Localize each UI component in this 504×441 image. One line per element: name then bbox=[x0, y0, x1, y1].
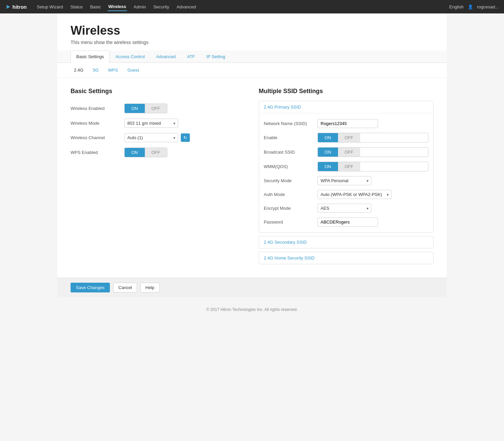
tab-advanced[interactable]: Advanced bbox=[151, 50, 181, 63]
tab-atf[interactable]: ATF bbox=[181, 50, 201, 63]
encrypt-mode-select-wrapper: AES TKIP TKIP+AES bbox=[318, 204, 371, 213]
wmm-off[interactable]: OFF bbox=[338, 162, 360, 171]
wps-enabled-on[interactable]: ON bbox=[125, 148, 145, 157]
nav-advanced[interactable]: Advanced bbox=[176, 3, 197, 11]
basic-settings-title: Basic Settings bbox=[71, 88, 245, 95]
wireless-enabled-label: Wireless Enabled bbox=[71, 106, 124, 111]
wireless-enabled-on[interactable]: ON bbox=[125, 104, 145, 113]
wireless-channel-row: Wireless Channel Auto (1) 1 2 3 6 11 bbox=[71, 130, 245, 145]
tab-access-control[interactable]: Access Control bbox=[110, 50, 150, 63]
wmm-label: WMM(QOS) bbox=[264, 164, 318, 169]
enable-row: Enable ON OFF bbox=[264, 130, 428, 145]
broadcast-ssid-off[interactable]: OFF bbox=[338, 148, 360, 157]
enable-off[interactable]: OFF bbox=[338, 133, 360, 142]
wireless-channel-select-wrapper: Auto (1) 1 2 3 6 11 bbox=[124, 133, 178, 142]
network-name-control bbox=[318, 119, 428, 128]
auth-mode-select[interactable]: Auto (WPA-PSK or WPA2-PSK) WPA-PSK WPA2-… bbox=[318, 190, 391, 199]
security-mode-row: Security Mode WPA Personal WPA2 Personal… bbox=[264, 174, 428, 188]
subtab-5g[interactable]: 5G bbox=[89, 66, 102, 74]
security-mode-label: Security Mode bbox=[264, 178, 318, 183]
wps-enabled-toggle[interactable]: ON OFF bbox=[124, 148, 167, 157]
enable-toggle[interactable]: ON OFF bbox=[318, 133, 428, 143]
page-title: Wireless bbox=[71, 24, 433, 38]
nav-security[interactable]: Security bbox=[153, 3, 170, 11]
wireless-enabled-row: Wireless Enabled ON OFF bbox=[71, 101, 245, 116]
nav-setup-wizard[interactable]: Setup Wizard bbox=[36, 3, 64, 11]
nav-wireless[interactable]: Wireless bbox=[108, 3, 127, 11]
wireless-mode-label: Wireless Mode bbox=[71, 121, 124, 126]
encrypt-mode-control: AES TKIP TKIP+AES bbox=[318, 204, 428, 213]
page-header: Wireless This menu show the wireless set… bbox=[57, 13, 447, 50]
nav-status[interactable]: Status bbox=[70, 3, 84, 11]
ssid-settings-panel: Multiple SSID Settings 2.4G Primary SSID… bbox=[259, 88, 433, 268]
enable-label: Enable bbox=[264, 135, 318, 140]
language-selector[interactable]: English bbox=[449, 4, 464, 9]
auth-mode-select-wrapper: Auto (WPA-PSK or WPA2-PSK) WPA-PSK WPA2-… bbox=[318, 190, 391, 199]
top-navigation: ➤ hitron Setup Wizard Status Basic Wirel… bbox=[0, 0, 504, 13]
tab-bar: Basic Settings Access Control Advanced A… bbox=[57, 50, 447, 63]
nav-basic[interactable]: Basic bbox=[89, 3, 101, 11]
auth-mode-row: Auth Mode Auto (WPA-PSK or WPA2-PSK) WPA… bbox=[264, 188, 428, 201]
wps-enabled-row: WPS Enabled ON OFF bbox=[71, 145, 245, 160]
wireless-channel-label: Wireless Channel bbox=[71, 135, 124, 140]
enable-control: ON OFF bbox=[318, 133, 428, 143]
primary-ssid-header[interactable]: 2.4G Primary SSID bbox=[259, 101, 433, 113]
wireless-enabled-control: ON OFF bbox=[124, 104, 167, 113]
subtab-bar: 2.4G 5G WPS Guest bbox=[57, 63, 447, 78]
wmm-on[interactable]: ON bbox=[318, 162, 338, 171]
auth-mode-control: Auto (WPA-PSK or WPA2-PSK) WPA-PSK WPA2-… bbox=[318, 190, 428, 199]
password-label: Password bbox=[264, 219, 318, 225]
wmm-toggle[interactable]: ON OFF bbox=[318, 162, 428, 171]
wmm-row: WMM(QOS) ON OFF bbox=[264, 159, 428, 174]
tab-basic-settings[interactable]: Basic Settings bbox=[71, 50, 110, 63]
password-input[interactable] bbox=[318, 217, 378, 227]
password-control bbox=[318, 217, 428, 227]
enable-on[interactable]: ON bbox=[318, 133, 338, 142]
channel-refresh-button[interactable]: ↻ bbox=[181, 133, 190, 142]
wps-enabled-off[interactable]: OFF bbox=[145, 148, 167, 157]
secondary-ssid-section[interactable]: 2.4G Secondary SSID bbox=[259, 236, 433, 248]
wireless-enabled-toggle[interactable]: ON OFF bbox=[124, 104, 167, 113]
subtab-24g[interactable]: 2.4G bbox=[71, 66, 87, 74]
encrypt-mode-select[interactable]: AES TKIP TKIP+AES bbox=[318, 204, 371, 213]
save-changes-button[interactable]: Save Changes bbox=[71, 283, 110, 292]
broadcast-ssid-on[interactable]: ON bbox=[318, 148, 338, 157]
broadcast-ssid-row: Broadcast SSID ON OFF bbox=[264, 145, 428, 159]
help-button[interactable]: Help bbox=[140, 283, 160, 292]
primary-ssid-section: 2.4G Primary SSID Network Name (SSID) En… bbox=[259, 101, 433, 233]
wireless-enabled-off[interactable]: OFF bbox=[145, 104, 167, 113]
content-wrapper: Wireless This menu show the wireless set… bbox=[57, 13, 447, 297]
security-mode-control: WPA Personal WPA2 Personal WPA/WPA2 Pers… bbox=[318, 176, 428, 185]
security-mode-select[interactable]: WPA Personal WPA2 Personal WPA/WPA2 Pers… bbox=[318, 176, 371, 185]
page-subtitle: This menu show the wireless settings bbox=[71, 40, 433, 45]
copyright-text: © 2017 Hitron Technologies Inc. All righ… bbox=[206, 307, 298, 312]
wireless-channel-control: Auto (1) 1 2 3 6 11 ↻ bbox=[124, 133, 190, 142]
home-security-ssid-section[interactable]: 2.4G Home Security SSID bbox=[259, 252, 433, 264]
subtab-wps[interactable]: WPS bbox=[105, 66, 122, 74]
nav-left: ➤ hitron Setup Wizard Status Basic Wirel… bbox=[5, 3, 197, 11]
broadcast-ssid-toggle[interactable]: ON OFF bbox=[318, 147, 428, 157]
network-name-label: Network Name (SSID) bbox=[264, 121, 318, 126]
tab-ip-setting[interactable]: IP Setting bbox=[201, 50, 231, 63]
cancel-button[interactable]: Cancel bbox=[113, 283, 137, 292]
user-icon: 👤 bbox=[468, 4, 473, 9]
nav-admin[interactable]: Admin bbox=[133, 3, 147, 11]
subtab-guest[interactable]: Guest bbox=[124, 66, 142, 74]
username-display[interactable]: rogcesad... bbox=[477, 4, 499, 9]
content-area: Basic Settings Wireless Enabled ON OFF W… bbox=[57, 78, 447, 278]
password-row: Password bbox=[264, 215, 428, 229]
footer-bar: Save Changes Cancel Help bbox=[57, 278, 447, 297]
wps-enabled-control: ON OFF bbox=[124, 148, 167, 157]
wireless-mode-select[interactable]: 802 11 g/n mixed 802 11 b/g/n mixed 802 … bbox=[124, 119, 178, 128]
wireless-mode-control: 802 11 g/n mixed 802 11 b/g/n mixed 802 … bbox=[124, 119, 178, 128]
wireless-mode-row: Wireless Mode 802 11 g/n mixed 802 11 b/… bbox=[71, 116, 245, 130]
logo-text: hitron bbox=[12, 4, 27, 10]
primary-ssid-body: Network Name (SSID) Enable ON O bbox=[259, 113, 433, 232]
network-name-row: Network Name (SSID) bbox=[264, 117, 428, 130]
wireless-channel-select[interactable]: Auto (1) 1 2 3 6 11 bbox=[124, 133, 178, 142]
broadcast-ssid-label: Broadcast SSID bbox=[264, 150, 318, 155]
encrypt-mode-label: Encrypt Mode bbox=[264, 206, 318, 211]
security-mode-select-wrapper: WPA Personal WPA2 Personal WPA/WPA2 Pers… bbox=[318, 176, 371, 185]
nav-right: English 👤 rogcesad... bbox=[449, 4, 499, 9]
network-name-input[interactable] bbox=[318, 119, 378, 128]
